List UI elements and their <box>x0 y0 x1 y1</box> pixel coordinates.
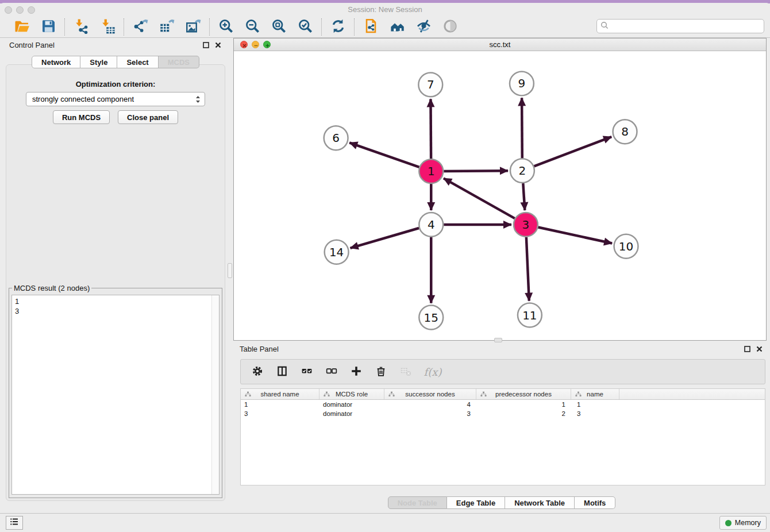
node-14[interactable]: 14 <box>325 240 349 264</box>
zoom-out-button[interactable] <box>244 18 261 36</box>
list-button[interactable] <box>6 516 23 530</box>
cell[interactable]: 1 <box>476 400 571 409</box>
close-table-panel-icon[interactable] <box>756 345 763 353</box>
control-tab-style[interactable]: Style <box>80 56 117 68</box>
float-table-panel-icon[interactable] <box>744 345 751 353</box>
column-header-successor-nodes[interactable]: successor nodes <box>384 389 476 399</box>
column-label: shared name <box>260 391 299 398</box>
select-all-rows-button[interactable] <box>299 364 314 379</box>
cell[interactable]: dominator <box>319 400 384 409</box>
column-label: MCDS role <box>336 391 368 398</box>
home-icon <box>390 18 405 36</box>
column-header-shared-name[interactable]: shared name <box>241 389 319 399</box>
edge-2-8[interactable] <box>534 137 611 166</box>
column-header-mcds-role[interactable]: MCDS role <box>319 389 384 399</box>
cell[interactable]: 3 <box>241 409 319 418</box>
memory-button[interactable]: Memory <box>719 516 767 530</box>
node-6[interactable]: 6 <box>324 126 348 150</box>
cell[interactable]: 3 <box>571 409 619 418</box>
table-tab-edge-table[interactable]: Edge Table <box>447 496 505 509</box>
network-window-titlebar[interactable]: scc.txt <box>234 38 766 51</box>
zoom-fit-button[interactable] <box>270 18 287 36</box>
search-field[interactable] <box>596 19 764 33</box>
mcds-result-box[interactable]: 1 3 <box>11 295 220 495</box>
node-label: 1 <box>428 164 435 178</box>
column-label: name <box>587 391 603 398</box>
home-button[interactable] <box>388 18 406 36</box>
splitter-grip-vertical[interactable] <box>228 263 232 278</box>
deselect-all-rows-button[interactable] <box>324 364 339 379</box>
edge-3-11[interactable] <box>526 237 529 301</box>
export-image-button[interactable] <box>184 18 202 36</box>
export-network-button[interactable] <box>132 18 149 36</box>
cell[interactable]: dominator <box>319 409 384 418</box>
node-label: 9 <box>518 76 526 90</box>
save-session-button[interactable] <box>40 18 57 36</box>
birds-eye-view-button[interactable] <box>441 18 459 36</box>
edge-4-14[interactable] <box>351 228 419 248</box>
import-network-icon <box>74 18 89 36</box>
save-session-icon <box>41 18 56 36</box>
cell[interactable]: 3 <box>384 409 476 418</box>
mcds-panel: Optimization criterion: strongly connect… <box>6 64 225 501</box>
refresh-button[interactable] <box>329 18 346 36</box>
node-2[interactable]: 2 <box>510 159 534 183</box>
table-tab-node-table[interactable]: Node Table <box>388 496 447 509</box>
edge-3-1[interactable] <box>444 178 515 218</box>
control-tab-network[interactable]: Network <box>32 56 80 68</box>
control-tab-select[interactable]: Select <box>117 56 158 68</box>
zoom-out-icon <box>245 18 260 36</box>
network-canvas[interactable]: 7968124314101511 <box>234 51 766 340</box>
node-3[interactable]: 3 <box>514 213 538 237</box>
select-all-rows-icon <box>301 365 313 379</box>
run-mcds-button[interactable]: Run MCDS <box>53 110 110 124</box>
import-network-button[interactable] <box>72 18 90 36</box>
function-builder-button: f(x) <box>423 364 442 379</box>
open-session-button[interactable] <box>13 18 30 36</box>
node-11[interactable]: 11 <box>518 303 542 327</box>
search-icon <box>600 21 609 32</box>
edge-3-10[interactable] <box>538 228 612 244</box>
zoom-in-button[interactable] <box>217 18 234 36</box>
node-1[interactable]: 1 <box>419 159 443 183</box>
node-8[interactable]: 8 <box>613 119 637 144</box>
control-tab-mcds[interactable]: MCDS <box>159 56 199 68</box>
edge-1-7[interactable] <box>430 99 431 159</box>
float-panel-icon[interactable] <box>202 41 210 49</box>
cell[interactable]: 2 <box>476 409 571 418</box>
table-tab-motifs[interactable]: Motifs <box>575 496 615 509</box>
node-10[interactable]: 10 <box>614 234 638 259</box>
cell[interactable]: 1 <box>241 400 319 409</box>
duplicate-network-button[interactable] <box>362 18 379 36</box>
add-column-button[interactable] <box>349 364 364 379</box>
import-table-button[interactable] <box>99 18 116 36</box>
close-panel-button[interactable]: Close panel <box>118 110 178 124</box>
export-table-button[interactable] <box>158 18 175 36</box>
mcds-result-title: MCDS result (2 nodes) <box>12 284 91 292</box>
cell[interactable]: 1 <box>571 400 619 409</box>
edge-1-6[interactable] <box>349 142 419 167</box>
attribute-icon <box>480 391 487 398</box>
node-4[interactable]: 4 <box>419 213 443 237</box>
node-15[interactable]: 15 <box>419 306 443 330</box>
cell[interactable]: 4 <box>384 400 476 409</box>
edge-1-2[interactable] <box>444 171 508 171</box>
delete-column-button[interactable] <box>374 364 388 379</box>
table-row[interactable]: 1dominator411 <box>241 400 765 409</box>
node-9[interactable]: 9 <box>510 71 534 95</box>
settings-button[interactable] <box>250 364 265 379</box>
close-panel-icon[interactable] <box>214 41 222 49</box>
criterion-dropdown[interactable]: strongly connected component <box>26 92 205 106</box>
edge-2-3[interactable] <box>523 183 525 210</box>
show-columns-button[interactable] <box>275 364 290 379</box>
edge-2-9[interactable] <box>522 98 522 158</box>
node-7[interactable]: 7 <box>418 72 442 97</box>
toggle-graphics-details-button[interactable] <box>415 18 432 36</box>
table-row[interactable]: 3dominator323 <box>241 409 765 418</box>
search-input[interactable] <box>609 21 764 32</box>
column-header-predecessor-nodes[interactable]: predecessor nodes <box>476 389 571 399</box>
zoom-selected-button[interactable] <box>297 18 314 36</box>
result-scrollbar[interactable] <box>211 295 219 494</box>
table-tab-network-table[interactable]: Network Table <box>505 496 575 509</box>
column-header-name[interactable]: name <box>571 389 619 399</box>
